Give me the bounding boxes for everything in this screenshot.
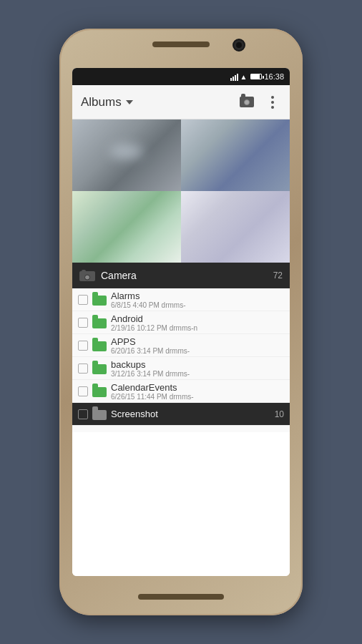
folder-name: CalendarEvents [111,382,284,393]
folder-checkbox[interactable] [78,295,88,305]
folder-checkbox[interactable] [78,341,88,351]
folder-checkbox[interactable] [78,364,88,374]
folder-name: backups [111,359,284,370]
folder-name: Alarms [111,291,284,301]
app-bar-title-group[interactable]: Albums [81,95,133,109]
status-time: 16:38 [264,72,284,81]
camera-folder-icon [79,270,95,281]
status-icons: ▲ 16:38 [230,72,284,81]
speaker-bottom [138,594,224,600]
folder-checkbox-screenshot[interactable] [78,409,88,419]
folder-info-backups: backups 3/12/16 3:14 PM drmms- [111,359,284,378]
folder-name: APPS [111,336,284,347]
folder-item-alarms[interactable]: Alarms 6/8/15 4:40 PM drmms- [72,288,290,311]
camera-button[interactable] [235,91,258,114]
wifi-icon: ▲ [240,73,248,81]
folder-item-android[interactable]: Android 2/19/16 10:12 PM drmms-n [72,311,290,334]
camera-album-count: 72 [273,270,283,280]
speaker-top [152,42,210,47]
grid-image-3[interactable] [72,191,181,263]
folder-info-screenshot: Screenshot [111,409,270,419]
folder-checkbox[interactable] [78,318,88,328]
white-space [72,432,290,576]
folder-info-android: Android 2/19/16 10:12 PM drmms-n [111,313,284,332]
image-grid [72,119,290,263]
folder-info-alarms: Alarms 6/8/15 4:40 PM drmms- [111,291,284,309]
folder-item-apps[interactable]: APPS 6/20/16 3:14 PM drmms- [72,334,290,357]
grid-image-1[interactable] [72,119,181,191]
grid-image-4[interactable] [181,191,290,263]
camera-album-left: Camera [79,270,137,281]
app-title: Albums [81,95,122,109]
phone-frame: ▲ 16:38 Albums [59,29,303,615]
folder-item-calendar[interactable]: CalendarEvents 6/26/15 11:44 PM drmms- [72,380,290,403]
folder-meta: 6/20/16 3:14 PM drmms- [111,347,284,355]
folder-info-apps: APPS 6/20/16 3:14 PM drmms- [111,336,284,355]
more-dot [271,101,274,104]
more-dot [271,106,274,109]
screenshot-count: 10 [275,409,284,419]
folder-meta: 6/26/15 11:44 PM drmms- [111,393,284,401]
folder-meta: 6/8/15 4:40 PM drmms- [111,301,284,309]
camera-album-row[interactable]: Camera 72 [72,263,290,288]
folder-item-screenshot[interactable]: Screenshot 10 [72,403,290,426]
folder-icon-android [92,317,107,328]
more-button[interactable] [264,91,281,114]
app-bar: Albums [72,85,290,119]
folder-icon-screenshot [92,409,107,420]
folder-icon-alarms [92,294,107,306]
battery-icon [250,74,262,79]
dropdown-arrow-icon [126,100,133,104]
folder-checkbox[interactable] [78,386,88,396]
folder-meta: 2/19/16 10:12 PM drmms-n [111,324,284,332]
grid-image-2[interactable] [181,119,290,191]
folder-name: Android [111,313,284,324]
camera-icon [240,97,254,107]
phone-screen: ▲ 16:38 Albums [72,68,290,576]
camera-album-name: Camera [101,270,137,281]
folder-list: Alarms 6/8/15 4:40 PM drmms- Android 2/1… [72,288,290,432]
folder-item-backups[interactable]: backups 3/12/16 3:14 PM drmms- [72,357,290,380]
folder-meta: 3/12/16 3:14 PM drmms- [111,370,284,378]
front-camera [233,39,245,52]
folder-icon-calendar [92,386,107,397]
folder-icon-backups [92,363,107,374]
more-dot [271,96,274,99]
app-bar-actions [235,91,281,114]
folder-name-screenshot: Screenshot [111,409,270,419]
signal-icon [230,72,238,81]
folder-info-calendar: CalendarEvents 6/26/15 11:44 PM drmms- [111,382,284,401]
folder-icon-apps [92,340,107,351]
status-bar: ▲ 16:38 [72,68,290,85]
